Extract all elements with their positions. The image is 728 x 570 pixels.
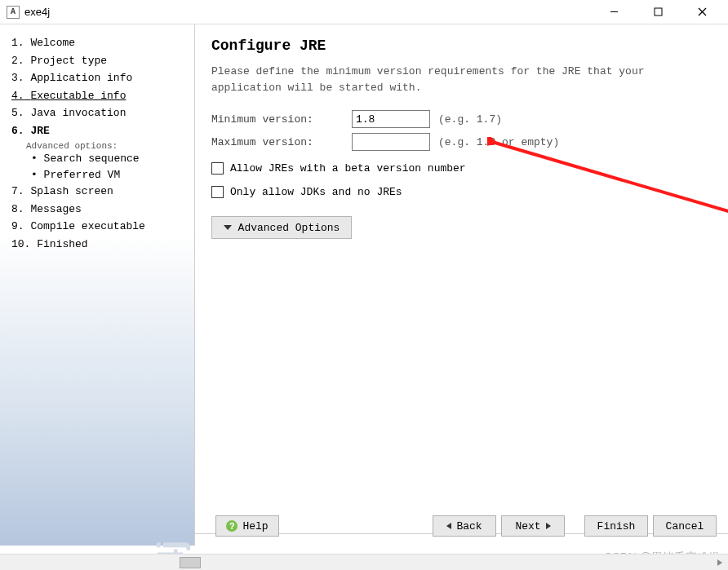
step-messages[interactable]: 8. Messages — [11, 201, 189, 219]
cancel-button[interactable]: Cancel — [653, 515, 717, 537]
step-jre[interactable]: 6. JRE — [11, 122, 189, 140]
back-label: Back — [456, 520, 482, 532]
substep-search-sequence[interactable]: • Search sequence — [31, 151, 189, 167]
step-welcome[interactable]: 1. Welcome — [11, 34, 189, 52]
advanced-options-button[interactable]: Advanced Options — [211, 216, 352, 239]
step-executable-info[interactable]: 4. Executable info — [11, 87, 189, 105]
advanced-options-header: Advanced options: — [26, 141, 189, 151]
next-label: Next — [515, 520, 540, 532]
page-description: Please define the minimum version requir… — [211, 64, 712, 95]
minimize-button[interactable] — [599, 3, 628, 21]
window-title: exe4j — [24, 6, 599, 18]
help-button[interactable]: ? Help — [215, 515, 279, 537]
help-label: Help — [242, 520, 268, 532]
min-version-row: Minimum version: (e.g. 1.7) — [211, 110, 712, 128]
min-version-hint: (e.g. 1.7) — [438, 113, 502, 126]
finish-label: Finish — [597, 520, 636, 532]
min-version-label: Minimum version: — [211, 113, 352, 126]
finish-button[interactable]: Finish — [584, 515, 648, 537]
close-button[interactable] — [687, 3, 717, 21]
svg-line-4 — [492, 142, 728, 227]
only-jdk-checkbox[interactable] — [211, 186, 224, 198]
allow-beta-checkbox[interactable] — [211, 162, 224, 175]
step-application-info[interactable]: 3. Application info — [11, 69, 189, 87]
maximize-button[interactable] — [643, 3, 673, 21]
back-button[interactable]: Back — [433, 515, 496, 537]
substep-preferred-vm[interactable]: • Preferred VM — [31, 167, 189, 183]
step-java-invocation[interactable]: 5. Java invocation — [11, 104, 189, 122]
allow-beta-label: Allow JREs with a beta version number — [230, 162, 466, 175]
content-panel: Configure JRE Please define the minimum … — [194, 24, 728, 546]
arrow-left-icon — [446, 523, 451, 529]
step-project-type[interactable]: 2. Project type — [11, 52, 189, 70]
app-icon: A — [7, 6, 20, 19]
wizard-button-row: ? Help Back Next Finish Cancel — [211, 511, 717, 541]
scrollbar-thumb[interactable] — [180, 557, 201, 568]
help-icon: ? — [226, 520, 237, 532]
step-finished[interactable]: 10. Finished — [11, 236, 189, 254]
step-compile-executable[interactable]: 9. Compile executable — [11, 218, 189, 236]
only-jdk-row: Only allow JDKs and no JREs — [211, 186, 712, 198]
step-splash-screen[interactable]: 7. Splash screen — [11, 183, 189, 201]
arrow-right-icon — [546, 523, 551, 529]
titlebar: A exe4j — [0, 0, 728, 24]
svg-rect-1 — [655, 8, 662, 15]
next-button[interactable]: Next — [501, 515, 565, 537]
advanced-options-label: Advanced Options — [238, 222, 340, 234]
page-heading: Configure JRE — [211, 38, 712, 54]
max-version-label: Maximum version: — [211, 136, 352, 148]
allow-beta-row: Allow JREs with a beta version number — [211, 162, 712, 175]
max-version-hint: (e.g. 1.8 or empty) — [438, 136, 559, 148]
max-version-row: Maximum version: (e.g. 1.8 or empty) — [211, 133, 712, 151]
min-version-input[interactable] — [352, 110, 430, 128]
scroll-right-icon[interactable] — [713, 556, 726, 569]
max-version-input[interactable] — [352, 133, 430, 151]
cancel-label: Cancel — [666, 520, 704, 532]
wizard-sidebar: 1. Welcome 2. Project type 3. Applicatio… — [0, 24, 194, 546]
chevron-down-icon — [224, 225, 232, 230]
only-jdk-label: Only allow JDKs and no JREs — [230, 186, 402, 198]
horizontal-scrollbar[interactable] — [0, 554, 728, 570]
window-buttons — [599, 3, 721, 21]
